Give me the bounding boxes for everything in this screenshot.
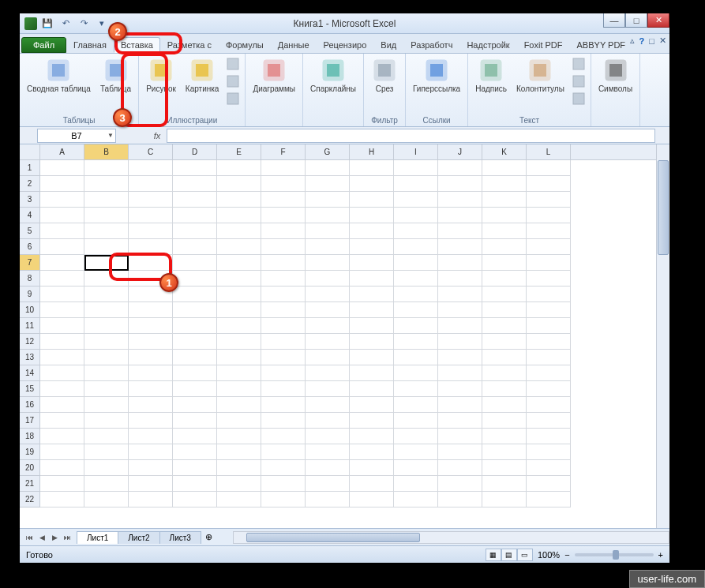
- cell-L17[interactable]: [527, 413, 571, 429]
- cell-D21[interactable]: [173, 476, 217, 492]
- cell-F16[interactable]: [261, 397, 306, 413]
- cell-G17[interactable]: [306, 413, 350, 429]
- cell-H6[interactable]: [350, 239, 394, 255]
- cell-D22[interactable]: [173, 492, 217, 507]
- cell-I3[interactable]: [394, 192, 438, 208]
- ribbon-link-button[interactable]: Гиперссылка: [409, 55, 464, 96]
- column-header-K[interactable]: K: [482, 144, 527, 159]
- cell-G22[interactable]: [306, 492, 350, 507]
- maximize-button[interactable]: □: [625, 13, 647, 28]
- cell-B18[interactable]: [84, 429, 129, 444]
- cell-A13[interactable]: [40, 350, 84, 365]
- cell-B11[interactable]: [84, 318, 129, 334]
- cell-H8[interactable]: [350, 271, 394, 287]
- cell-E6[interactable]: [217, 239, 261, 255]
- cell-G10[interactable]: [306, 302, 350, 318]
- cell-K19[interactable]: [482, 444, 527, 460]
- cell-K20[interactable]: [482, 460, 527, 476]
- cell-F19[interactable]: [261, 444, 306, 460]
- ribbon-tab-9[interactable]: Foxit PDF: [517, 37, 570, 53]
- ribbon-tab-6[interactable]: Вид: [373, 37, 403, 53]
- cell-J13[interactable]: [438, 350, 482, 365]
- cell-G13[interactable]: [306, 350, 350, 365]
- cell-E17[interactable]: [217, 413, 261, 429]
- cell-E14[interactable]: [217, 365, 261, 381]
- cell-G8[interactable]: [306, 271, 350, 287]
- cell-B6[interactable]: [84, 239, 129, 255]
- cell-L14[interactable]: [527, 365, 571, 381]
- sheet-nav-first-icon[interactable]: ⏮: [23, 534, 36, 541]
- cell-F21[interactable]: [261, 476, 306, 492]
- cell-A11[interactable]: [40, 318, 84, 334]
- cell-J18[interactable]: [438, 429, 482, 444]
- cell-E11[interactable]: [217, 318, 261, 334]
- cell-J15[interactable]: [438, 381, 482, 397]
- cell-A5[interactable]: [40, 223, 84, 239]
- cell-D8[interactable]: [173, 271, 217, 287]
- view-pagebreak-icon[interactable]: ▭: [517, 549, 533, 561]
- ribbon-tab-4[interactable]: Данные: [271, 37, 317, 53]
- cell-B7[interactable]: [84, 255, 129, 271]
- cell-J11[interactable]: [438, 318, 482, 334]
- cell-I17[interactable]: [394, 413, 438, 429]
- file-tab[interactable]: Файл: [21, 37, 66, 53]
- cell-I15[interactable]: [394, 381, 438, 397]
- view-normal-icon[interactable]: ▦: [486, 549, 501, 561]
- cell-C5[interactable]: [129, 223, 173, 239]
- cell-G9[interactable]: [306, 287, 350, 302]
- cell-F10[interactable]: [261, 302, 306, 318]
- cell-J17[interactable]: [438, 413, 482, 429]
- cell-H19[interactable]: [350, 444, 394, 460]
- cell-D2[interactable]: [173, 176, 217, 192]
- cell-I12[interactable]: [394, 334, 438, 350]
- cell-B12[interactable]: [84, 334, 129, 350]
- sheet-nav-next-icon[interactable]: ▶: [48, 534, 61, 541]
- ribbon-smartart-icon[interactable]: [225, 73, 241, 89]
- cell-D1[interactable]: [173, 160, 217, 176]
- cell-K11[interactable]: [482, 318, 527, 334]
- cell-A16[interactable]: [40, 397, 84, 413]
- cell-H9[interactable]: [350, 287, 394, 302]
- ribbon-textbox-button[interactable]: Надпись: [471, 55, 511, 96]
- cell-G7[interactable]: [306, 255, 350, 271]
- cell-C22[interactable]: [129, 492, 173, 507]
- sheet-tab-1[interactable]: Лист2: [118, 531, 159, 544]
- cell-D17[interactable]: [173, 413, 217, 429]
- new-sheet-icon[interactable]: ⊕: [201, 532, 217, 542]
- cell-F17[interactable]: [261, 413, 306, 429]
- cell-F12[interactable]: [261, 334, 306, 350]
- cell-J5[interactable]: [438, 223, 482, 239]
- cell-D11[interactable]: [173, 318, 217, 334]
- cell-H3[interactable]: [350, 192, 394, 208]
- cell-K3[interactable]: [482, 192, 527, 208]
- cell-D9[interactable]: [173, 287, 217, 302]
- cell-B5[interactable]: [84, 223, 129, 239]
- cell-I9[interactable]: [394, 287, 438, 302]
- cell-J20[interactable]: [438, 460, 482, 476]
- cell-B2[interactable]: [84, 176, 129, 192]
- cell-J6[interactable]: [438, 239, 482, 255]
- cell-F6[interactable]: [261, 239, 306, 255]
- cell-A2[interactable]: [40, 176, 84, 192]
- view-pagelayout-icon[interactable]: ▤: [501, 549, 517, 561]
- cell-D14[interactable]: [173, 365, 217, 381]
- cell-L21[interactable]: [527, 476, 571, 492]
- ribbon-wordart-icon[interactable]: [571, 56, 587, 72]
- row-header-18[interactable]: 18: [20, 429, 39, 444]
- cell-H16[interactable]: [350, 397, 394, 413]
- cell-L20[interactable]: [527, 460, 571, 476]
- cell-I14[interactable]: [394, 365, 438, 381]
- cell-B15[interactable]: [84, 381, 129, 397]
- cell-J16[interactable]: [438, 397, 482, 413]
- cell-E15[interactable]: [217, 381, 261, 397]
- ribbon-charts-button[interactable]: Диаграммы: [249, 55, 299, 96]
- cell-I13[interactable]: [394, 350, 438, 365]
- cell-G20[interactable]: [306, 460, 350, 476]
- cell-E8[interactable]: [217, 271, 261, 287]
- cell-F1[interactable]: [261, 160, 306, 176]
- cell-K9[interactable]: [482, 287, 527, 302]
- cell-F22[interactable]: [261, 492, 306, 507]
- cell-G11[interactable]: [306, 318, 350, 334]
- cell-J7[interactable]: [438, 255, 482, 271]
- cell-H5[interactable]: [350, 223, 394, 239]
